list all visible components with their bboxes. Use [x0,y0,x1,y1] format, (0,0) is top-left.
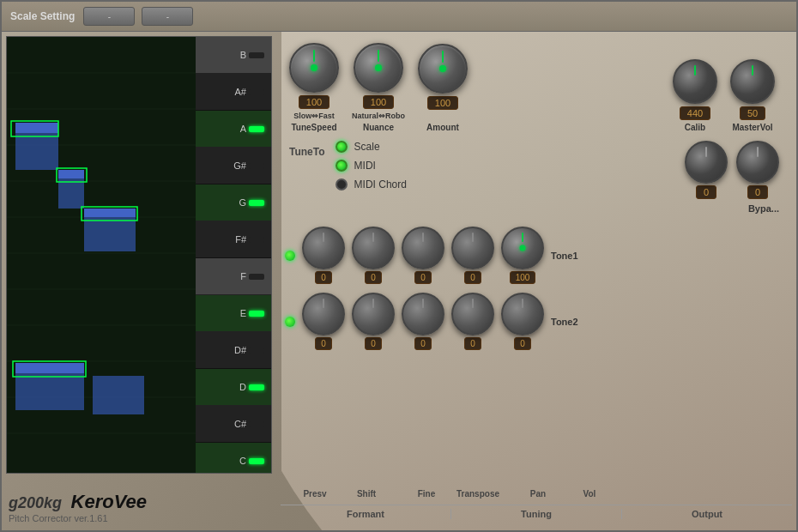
tone1-knob3[interactable] [402,227,444,269]
key-label: B [240,50,246,60]
branding: g200kg KeroVee Pitch Corrector ver.1.61 [9,491,147,523]
bypass-label: Bypa... [748,203,779,214]
amount-label-bot: Amount [426,123,459,132]
tone1-knob3-group: 0 [402,227,444,284]
tone1-val4: 0 [464,271,481,284]
tune-to-scale[interactable]: Scale [336,141,407,153]
piano-key-E[interactable]: E [196,295,272,332]
tunespeed-label-bot: TuneSpeed [291,123,336,132]
tone1-knob2[interactable] [352,227,395,269]
piano-key-D[interactable]: D [196,369,272,406]
svg-rect-20 [93,376,144,414]
key-label: C# [234,419,246,429]
tone2-knob3-group: 0 [402,293,444,350]
piano-key-Ds[interactable]: D# [196,332,272,369]
nuance-group: 100 Natural⇔Robo Nuance [352,43,405,132]
mastervol-label: MasterVol [732,123,772,132]
key-led-Fs [249,237,264,243]
tone1-val2: 0 [365,271,382,284]
scale-btn-2[interactable]: - [142,7,193,26]
knob-indicator [522,299,523,308]
plugin-container: Scale Setting - - [0,0,798,532]
key-label: G [239,197,246,208]
calib-label: Calib [685,123,705,132]
key-led-B [249,52,264,58]
piano-key-Gs[interactable]: G# [196,148,272,184]
piano-key-A[interactable]: A [196,111,272,148]
mastervol-group: 50 MasterVol [730,59,775,132]
tone2-val4: 0 [464,337,481,350]
tone2-label: Tone2 [551,317,578,327]
waveform-svg [7,37,196,474]
tunespeed-knob[interactable] [289,43,339,93]
key-label: D# [234,345,246,355]
tone2-knob5-group: 0 [501,293,544,350]
piano-key-F[interactable]: F [196,258,272,295]
tunespeed-group: 100 Slow⇔Fast TuneSpeed [289,43,339,132]
key-label: D [239,382,246,392]
knob-indicator [694,65,696,76]
bypass-knob-2[interactable] [736,141,779,184]
tone1-val5: 100 [510,271,536,284]
scale-setting-label: Scale Setting [10,10,75,22]
pitch-display: B A# A G# G [6,36,272,474]
nuance-value: 100 [363,95,394,109]
knob-indicator [422,233,424,242]
formant-section-label: Formant [281,509,451,519]
mastervol-knob[interactable] [730,59,775,104]
brand-subtitle: Pitch Corrector ver.1.61 [9,513,147,523]
scale-btn-1[interactable]: - [83,7,135,26]
key-label: F [240,271,246,281]
bypass-value-1: 0 [696,185,716,199]
piano-key-B[interactable]: B [196,37,272,74]
tone1-knob1[interactable] [302,227,345,269]
tone1-knob5[interactable] [501,227,544,269]
top-knob-row: 100 Slow⇔Fast TuneSpeed 100 Natural⇔Robo… [281,36,792,132]
key-led-C [249,458,264,464]
key-label: A [240,124,246,134]
brand-prefix: g200kg [9,494,62,511]
knob-indicator [313,50,315,62]
piano-key-Fs[interactable]: F# [196,221,272,258]
knob-center-dot [520,245,526,251]
piano-key-G[interactable]: G [196,184,272,221]
svg-rect-13 [15,123,58,133]
piano-key-C[interactable]: C [196,443,272,474]
tune-to-section: TuneTo Scale MIDI MIDI Chord [289,141,407,214]
row2-led [285,317,295,327]
row1-led [285,251,295,261]
radio-label-scale: Scale [354,141,380,153]
main-labels-row: Formant Tuning Output [281,505,792,522]
tone2-knob1[interactable] [302,293,345,336]
tone2-knob3[interactable] [402,293,444,336]
output-section-label: Output [622,509,792,519]
tone2-knob5[interactable] [501,293,544,336]
tone2-knob1-group: 0 [302,293,345,350]
tone2-val2: 0 [365,337,382,350]
tone2-knob2[interactable] [352,293,395,336]
presv-label: Presv [289,489,341,499]
shift-label: Shift [341,489,392,499]
tune-to-midi-chord[interactable]: MIDI Chord [336,178,407,190]
key-label: A# [235,87,246,97]
key-label: E [240,308,246,318]
tunespeed-value: 100 [299,95,329,109]
middle-section: TuneTo Scale MIDI MIDI Chord [281,141,792,214]
tone2-knobs: 0 0 0 0 [302,293,544,350]
knob-center-dot [439,65,446,72]
nuance-knob[interactable] [354,43,403,93]
tone1-knob4[interactable] [451,227,494,269]
radio-label-midi-chord: MIDI Chord [354,178,407,190]
tone1-knob1-group: 0 [302,227,345,284]
tone2-knob4[interactable] [451,293,494,336]
tune-to-midi[interactable]: MIDI [336,160,407,172]
mastervol-value: 50 [740,106,765,120]
amount-knob[interactable] [418,44,468,94]
piano-key-As[interactable]: A# [196,74,272,111]
piano-key-Cs[interactable]: C# [196,406,272,443]
spacer2 [407,141,685,214]
key-led-F [249,274,264,280]
knob-indicator [378,50,379,62]
bypass-knob-1[interactable] [685,141,728,184]
calib-knob[interactable] [673,59,717,104]
